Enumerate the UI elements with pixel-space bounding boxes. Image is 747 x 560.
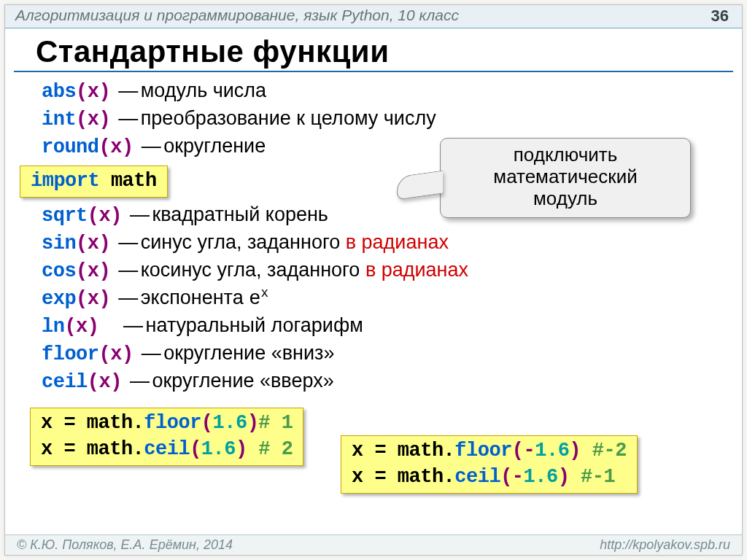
copyright: © К.Ю. Поляков, Е.А. Ерёмин, 2014 [17,537,233,553]
course-label: Алгоритмизация и программирование, язык … [15,7,459,24]
examples: x = math.floor(1.6)# 1 x = math.ceil(1.6… [42,403,742,498]
page-number: 36 [711,7,729,26]
slide-title: Стандартные функции [14,28,733,72]
fn-abs: abs(x) —модуль числа [42,78,742,106]
callout-bubble: подключить математический модуль [440,138,691,218]
fn-exp: exp(x) —экспонента ex [42,285,742,313]
fn-int: int(x) —преобразование к целому числу [42,106,742,133]
fn-sin: sin(x) —синус угла, заданного в радианах [42,230,742,257]
fn-floor: floor(x) —округление «вниз» [42,341,742,368]
import-box: import math [20,166,168,198]
fn-ln: ln(x) —натуральный логарифм [42,313,742,341]
slide-header: Алгоритмизация и программирование, язык … [5,5,742,28]
fn-ceil: ceil(x) —округление «вверх» [42,368,742,396]
example-box-2: x = math.floor(-1.6) #-2 x = math.ceil(-… [341,435,638,494]
callout-line-3: модуль [445,188,686,210]
slide-footer: © К.Ю. Поляков, Е.А. Ерёмин, 2014 http:/… [5,534,742,555]
slide: Алгоритмизация и программирование, язык … [4,4,743,556]
example-box-1: x = math.floor(1.6)# 1 x = math.ceil(1.6… [30,408,303,467]
fn-cos: cos(x) —косинус угла, заданного в радиан… [42,257,742,285]
site-url: http://kpolyakov.spb.ru [600,537,730,553]
callout-line-1: подключить [445,144,686,166]
slide-content: abs(x) —модуль числа int(x) —преобразова… [5,72,742,498]
callout-line-2: математический [445,166,686,188]
